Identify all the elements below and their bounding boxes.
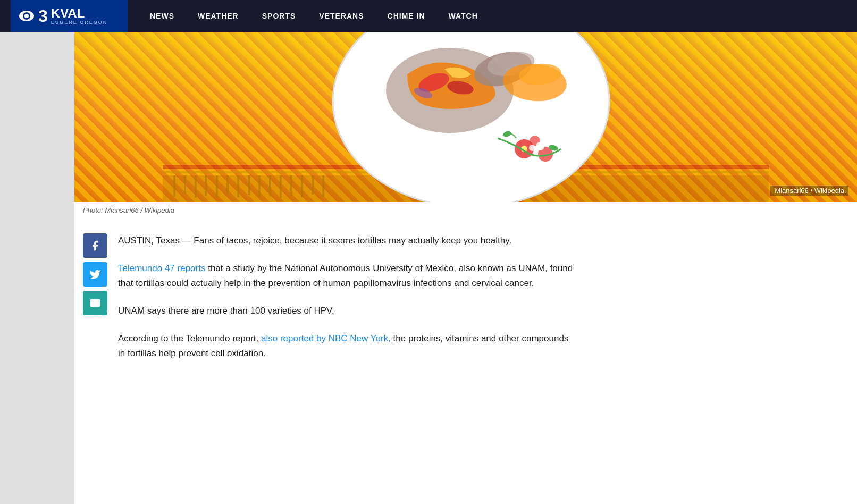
- paragraph-2: Telemundo 47 reports that a study by the…: [118, 261, 575, 291]
- svg-rect-13: [226, 175, 229, 195]
- image-watermark: Miansari66 / Wikipedia: [770, 186, 848, 196]
- email-share-button[interactable]: [83, 291, 107, 315]
- nav-watch[interactable]: WATCH: [437, 0, 490, 32]
- left-sidebar: [0, 32, 74, 504]
- telemundo-link[interactable]: Telemundo 47 reports: [118, 263, 205, 273]
- site-header: 3 KVAL EUGENE OREGON NEWS WEATHER SPORTS…: [0, 0, 857, 32]
- logo-area: 3 KVAL EUGENE OREGON: [11, 0, 128, 32]
- article-image-svg: [74, 32, 857, 202]
- svg-rect-10: [195, 175, 197, 198]
- photo-credit: Photo: Miansari66 / Wikipedia: [74, 202, 857, 223]
- svg-rect-21: [312, 175, 314, 195]
- svg-point-27: [536, 142, 544, 150]
- nav-news[interactable]: NEWS: [138, 0, 186, 32]
- svg-point-28: [529, 145, 535, 151]
- cbs-eye-icon: [17, 6, 36, 26]
- svg-rect-22: [322, 175, 324, 197]
- article-text: AUSTIN, Texas — Fans of tacos, rejoice, …: [118, 233, 596, 374]
- email-icon: [89, 297, 101, 309]
- svg-rect-20: [301, 175, 303, 197]
- article-body: AUSTIN, Texas — Fans of tacos, rejoice, …: [74, 223, 857, 395]
- channel-number: 3: [38, 7, 48, 24]
- main-nav: NEWS WEATHER SPORTS VETERANS CHIME IN WA…: [138, 0, 490, 32]
- main-content: Miansari66 / Wikipedia Photo: Miansari66…: [74, 32, 857, 504]
- svg-rect-19: [290, 175, 292, 196]
- call-sign: KVAL: [51, 7, 108, 20]
- nav-weather[interactable]: WEATHER: [186, 0, 250, 32]
- page-wrapper: Miansari66 / Wikipedia Photo: Miansari66…: [0, 32, 857, 504]
- paragraph-3: UNAM says there are more than 100 variet…: [118, 304, 575, 318]
- twitter-icon: [89, 268, 101, 280]
- nav-sports[interactable]: SPORTS: [250, 0, 308, 32]
- svg-rect-15: [248, 175, 250, 195]
- nav-veterans[interactable]: VETERANS: [307, 0, 375, 32]
- svg-rect-9: [184, 175, 186, 194]
- svg-rect-14: [237, 175, 239, 197]
- nbc-new-york-link[interactable]: also reported by NBC New York,: [261, 333, 391, 343]
- svg-rect-17: [269, 175, 271, 196]
- svg-rect-11: [205, 175, 207, 196]
- nav-chime-in[interactable]: CHIME IN: [376, 0, 437, 32]
- facebook-share-button[interactable]: [83, 233, 107, 258]
- paragraph-1: AUSTIN, Texas — Fans of tacos, rejoice, …: [118, 233, 575, 248]
- station-location: EUGENE OREGON: [51, 20, 108, 25]
- svg-point-3: [24, 14, 29, 18]
- paragraph-4: According to the Telemundo report, also …: [118, 331, 575, 361]
- social-share-sidebar: [83, 233, 118, 374]
- svg-rect-8: [173, 175, 175, 197]
- facebook-icon: [89, 240, 101, 251]
- svg-rect-18: [280, 175, 282, 198]
- article-image-container: Miansari66 / Wikipedia: [74, 32, 857, 202]
- svg-rect-12: [216, 175, 218, 197]
- svg-rect-16: [258, 175, 261, 197]
- twitter-share-button[interactable]: [83, 262, 107, 287]
